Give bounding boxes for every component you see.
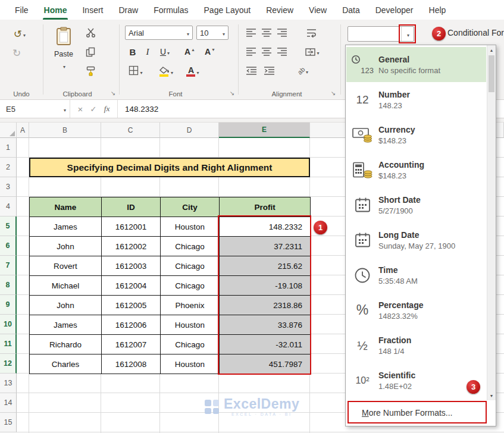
tab-insert[interactable]: Insert	[74, 0, 111, 20]
table-cell[interactable]: James	[30, 315, 102, 335]
fill-color-button[interactable]	[155, 64, 177, 79]
cancel-icon[interactable]: ×	[77, 104, 83, 114]
format-option-currency[interactable]: Currency $148.23	[346, 117, 486, 152]
tab-file[interactable]: File	[7, 0, 36, 20]
tab-draw[interactable]: Draw	[111, 0, 146, 20]
row-header-3[interactable]: 3	[0, 177, 17, 197]
tab-view[interactable]: View	[301, 0, 334, 20]
tab-help[interactable]: Help	[421, 0, 454, 20]
row-header-8[interactable]: 8	[0, 275, 17, 295]
borders-button[interactable]	[125, 64, 146, 79]
row-header-2[interactable]: 2	[0, 158, 17, 177]
align-left-button[interactable]	[244, 45, 258, 59]
table-cell[interactable]: Phoenix	[161, 296, 220, 315]
decrease-indent-button[interactable]	[244, 64, 258, 78]
orientation-button[interactable]: ab	[293, 64, 313, 78]
table-cell[interactable]: Houston	[161, 315, 220, 335]
table-cell[interactable]: 1612002	[102, 237, 161, 256]
font-size-combo[interactable]: 10	[196, 26, 228, 40]
clipboard-dialog-launcher[interactable]: ↘	[108, 88, 118, 98]
format-option-percentage[interactable]: % Percentage 14823.32%	[346, 293, 486, 328]
table-header-profit[interactable]: Profit	[220, 197, 311, 217]
insert-function-icon[interactable]: fx	[104, 104, 110, 114]
table-cell[interactable]: Chicago	[161, 256, 220, 276]
table-cell[interactable]: Michael	[30, 276, 102, 296]
table-cell[interactable]: Rovert	[30, 256, 102, 276]
table-header-name[interactable]: Name	[30, 197, 102, 217]
column-header-d[interactable]: D	[160, 123, 219, 138]
format-option-number[interactable]: 12 Number 148.23	[346, 82, 486, 117]
font-name-combo[interactable]: Arial	[125, 26, 193, 40]
middle-align-button[interactable]	[259, 26, 274, 40]
format-option-long-date[interactable]: Long Date Sunday, May 27, 1900	[346, 222, 486, 258]
align-right-button[interactable]	[275, 45, 289, 59]
tab-page-layout[interactable]: Page Layout	[196, 0, 259, 20]
italic-button[interactable]: I	[142, 45, 154, 59]
tab-data[interactable]: Data	[334, 0, 368, 20]
format-option-accounting[interactable]: Accounting $148.23	[346, 152, 486, 187]
table-header-id[interactable]: ID	[102, 197, 161, 217]
column-header-c[interactable]: C	[101, 123, 160, 138]
wrap-text-button[interactable]	[302, 26, 320, 40]
scroll-down-icon[interactable]: ▼	[487, 391, 496, 400]
scrollbar-thumb[interactable]	[489, 55, 494, 92]
increase-indent-button[interactable]	[262, 64, 276, 78]
table-cell[interactable]: Houston	[161, 217, 220, 237]
tab-home[interactable]: Home	[36, 0, 75, 20]
row-header-1[interactable]: 1	[0, 138, 17, 158]
table-cell[interactable]: 1612001	[102, 217, 161, 237]
format-option-scientific[interactable]: 10² Scientific 1.48E+02	[346, 363, 486, 398]
table-cell[interactable]: James	[30, 217, 102, 237]
row-header-14[interactable]: 14	[0, 393, 17, 413]
format-option-fraction[interactable]: ½ Fraction 148 1/4	[346, 328, 486, 363]
table-cell[interactable]: 1612006	[102, 315, 161, 335]
font-dialog-launcher[interactable]: ↘	[227, 88, 237, 98]
copy-button[interactable]	[83, 46, 98, 60]
decrease-font-size-button[interactable]: A▼	[202, 45, 218, 59]
increase-font-size-button[interactable]: A▲	[182, 45, 198, 59]
alignment-dialog-launcher[interactable]: ↘	[328, 88, 338, 98]
format-option-short-date[interactable]: Short Date 5/27/1900	[346, 187, 486, 222]
undo-button[interactable]: ↺	[10, 27, 30, 41]
table-cell[interactable]: 1612007	[102, 335, 161, 354]
merge-center-button[interactable]	[302, 45, 323, 59]
table-cell[interactable]: 1612004	[102, 276, 161, 296]
row-header-11[interactable]: 11	[0, 334, 17, 354]
table-cell[interactable]: Richardo	[30, 335, 102, 354]
table-cell[interactable]: John	[30, 237, 102, 256]
table-cell[interactable]: Charles	[30, 354, 102, 374]
row-header-9[interactable]: 9	[0, 295, 17, 315]
row-header-4[interactable]: 4	[0, 197, 17, 216]
table-header-city[interactable]: City	[161, 197, 220, 217]
row-header-6[interactable]: 6	[0, 236, 17, 256]
table-cell[interactable]: Houston	[161, 354, 220, 374]
conditional-formatting-label[interactable]: Conditional For	[447, 28, 504, 37]
bold-button[interactable]: B	[126, 45, 139, 59]
align-center-button[interactable]	[259, 45, 274, 59]
format-option-time[interactable]: Time 5:35:48 AM	[346, 258, 486, 293]
column-header-a[interactable]: A	[17, 123, 29, 138]
paste-button[interactable]: Paste	[49, 24, 79, 84]
row-header-5[interactable]: 5	[0, 216, 17, 236]
tab-developer[interactable]: Developer	[368, 0, 421, 20]
table-cell[interactable]: 1612008	[102, 354, 161, 374]
underline-button[interactable]: U	[156, 45, 174, 59]
row-header-12[interactable]: 12	[0, 354, 17, 374]
bottom-align-button[interactable]	[275, 26, 289, 40]
tab-review[interactable]: Review	[258, 0, 301, 20]
table-cell[interactable]: 1612003	[102, 256, 161, 276]
scroll-up-icon[interactable]: ▲	[487, 45, 496, 55]
row-header-15[interactable]: 15	[0, 413, 17, 432]
format-painter-button[interactable]	[83, 65, 98, 79]
select-all-corner[interactable]	[0, 123, 17, 138]
table-cell[interactable]: Chicago	[161, 237, 220, 256]
font-color-button[interactable]: A	[182, 64, 204, 79]
table-cell[interactable]: John	[30, 296, 102, 315]
row-header-13[interactable]: 13	[0, 374, 17, 393]
row-header-7[interactable]: 7	[0, 256, 17, 275]
cut-button[interactable]	[83, 27, 98, 41]
name-box[interactable]: E5	[0, 100, 70, 118]
enter-icon[interactable]: ✓	[90, 105, 97, 114]
table-cell[interactable]: Chicago	[161, 276, 220, 296]
column-header-e[interactable]: E	[219, 123, 310, 138]
